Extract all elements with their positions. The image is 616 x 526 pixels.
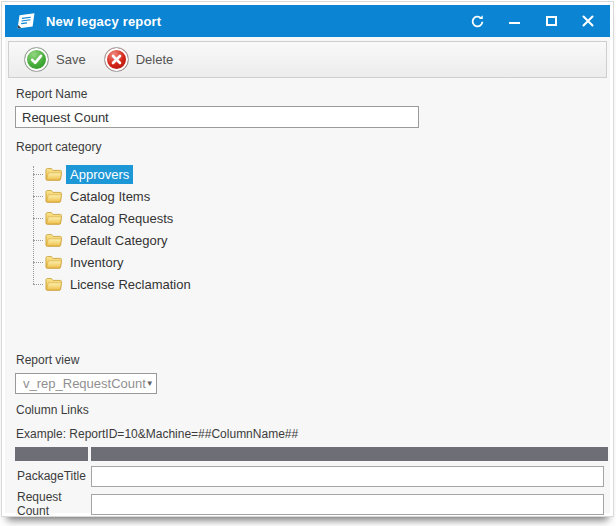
table-row: Request Count: [15, 491, 608, 517]
column-links-table: PackageTitle Request Count: [15, 447, 608, 517]
report-view-label: Report view: [16, 353, 602, 367]
save-check-icon: [24, 47, 49, 72]
titlebar: New legacy report: [5, 5, 610, 37]
folder-icon: [45, 277, 62, 291]
chevron-down-icon: ▼: [146, 379, 154, 388]
tree-item-label: Approvers: [66, 165, 133, 184]
table-row: PackageTitle: [15, 463, 608, 489]
tree-item-label: Inventory: [66, 253, 127, 272]
report-view-dropdown[interactable]: v_rep_RequestCount ▼: [15, 373, 157, 394]
maximize-icon: [546, 16, 557, 26]
save-label: Save: [56, 52, 86, 67]
column-link-label: Request Count: [15, 490, 91, 518]
close-icon: [582, 15, 594, 27]
dialog-window: New legacy report: [2, 2, 613, 516]
save-button[interactable]: Save: [15, 47, 95, 72]
table-header-cell: [15, 447, 88, 461]
tree-item-catalog-items[interactable]: Catalog Items: [21, 185, 602, 207]
delete-button[interactable]: Delete: [95, 47, 183, 72]
folder-icon: [45, 233, 62, 247]
report-name-label: Report Name: [16, 87, 602, 101]
category-tree: Approvers Catalog Items Catalog Requests…: [21, 163, 602, 295]
toolbar: Save Delete: [8, 41, 607, 78]
dialog-content: Report Name Report category Approvers Ca…: [5, 78, 610, 517]
report-name-input[interactable]: [15, 106, 419, 128]
window-title: New legacy report: [46, 14, 467, 29]
note-pencil-icon: [15, 11, 37, 31]
delete-x-icon: [104, 47, 129, 72]
tree-item-catalog-requests[interactable]: Catalog Requests: [21, 207, 602, 229]
maximize-button[interactable]: [541, 11, 561, 31]
tree-item-label: Catalog Items: [66, 187, 154, 206]
delete-label: Delete: [136, 52, 174, 67]
tree-item-label: Default Category: [66, 231, 172, 250]
folder-icon: [45, 189, 62, 203]
minimize-icon: [509, 22, 520, 24]
column-links-example: Example: ReportID=10&Machine=##ColumnNam…: [16, 427, 602, 441]
column-links-label: Column Links: [16, 403, 602, 417]
report-category-label: Report category: [16, 140, 602, 154]
tree-item-inventory[interactable]: Inventory: [21, 251, 602, 273]
refresh-icon: [470, 14, 485, 29]
table-header-row: [15, 447, 608, 461]
column-link-input-packagetitle[interactable]: [91, 466, 604, 487]
minimize-button[interactable]: [504, 11, 524, 31]
window-controls: [467, 11, 598, 31]
folder-icon: [45, 255, 62, 269]
tree-item-approvers[interactable]: Approvers: [21, 163, 602, 185]
tree-item-default-category[interactable]: Default Category: [21, 229, 602, 251]
refresh-button[interactable]: [467, 11, 487, 31]
report-view-value: v_rep_RequestCount: [23, 376, 146, 391]
tree-item-label: Catalog Requests: [66, 209, 177, 228]
tree-item-license-reclamation[interactable]: License Reclamation: [21, 273, 602, 295]
folder-icon: [45, 211, 62, 225]
table-header-cell: [91, 447, 608, 461]
column-link-label: PackageTitle: [15, 469, 91, 483]
folder-icon: [45, 167, 62, 181]
tree-item-label: License Reclamation: [66, 275, 195, 294]
column-link-input-request-count[interactable]: [91, 494, 604, 515]
close-button[interactable]: [578, 11, 598, 31]
